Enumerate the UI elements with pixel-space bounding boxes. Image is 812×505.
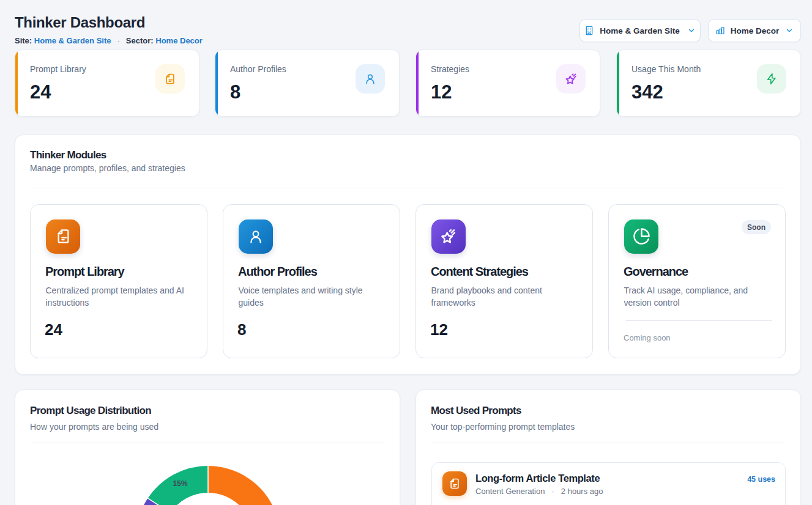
svg-text:15%: 15% <box>173 479 188 488</box>
